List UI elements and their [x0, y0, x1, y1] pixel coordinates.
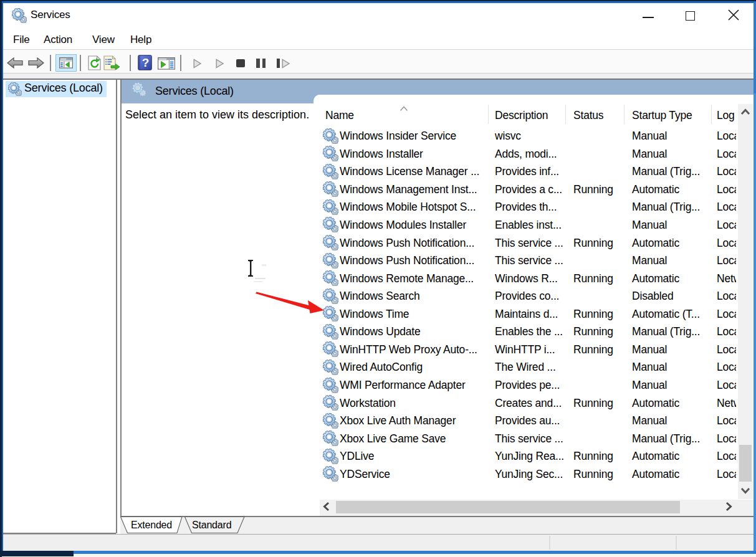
svg-text:?: ?	[142, 56, 150, 69]
